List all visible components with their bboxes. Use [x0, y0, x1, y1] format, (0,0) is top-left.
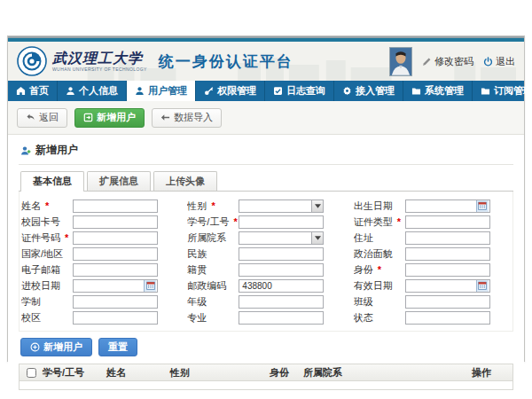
- submit-new-user-label: 新增用户: [43, 340, 82, 354]
- required-asterisk: *: [43, 200, 49, 211]
- field-label: 证件号码 *: [21, 231, 73, 245]
- field-input[interactable]: [239, 311, 324, 325]
- platform-title: 统一身份认证平台: [159, 51, 293, 72]
- new-user-icon: [83, 113, 93, 122]
- field-input[interactable]: [405, 200, 490, 213]
- table-header-5: 所属院系: [300, 366, 468, 379]
- change-password-link[interactable]: 修改密码: [422, 55, 473, 68]
- select-all-checkbox[interactable]: [27, 368, 36, 378]
- required-asterisk: *: [395, 216, 401, 227]
- form-field: 籍贯: [187, 262, 344, 277]
- calendar-icon[interactable]: [476, 280, 489, 292]
- calendar-icon[interactable]: [476, 200, 489, 212]
- required-asterisk: *: [62, 232, 68, 243]
- tab-label: 扩展信息: [99, 176, 138, 186]
- section-title-label: 新增用户: [35, 143, 78, 158]
- field-input[interactable]: [73, 215, 158, 229]
- reset-button[interactable]: 重置: [98, 338, 137, 356]
- form-field: 校区: [21, 310, 178, 325]
- table-header-1: 学号/工号: [39, 366, 103, 379]
- field-input[interactable]: [73, 231, 158, 245]
- nav-item-8[interactable]: 订阅管理: [473, 81, 532, 101]
- form-field: 姓名 *: [21, 199, 178, 213]
- nav-item-2[interactable]: 个人信息: [58, 81, 127, 101]
- nav-item-label: 日志查询: [286, 84, 325, 98]
- dropdown-button[interactable]: [311, 232, 323, 244]
- field-input[interactable]: [239, 295, 324, 309]
- tab-label: 基本信息: [33, 176, 72, 186]
- arrow-left-icon: [160, 113, 170, 122]
- submit-new-user-button[interactable]: 新增用户: [20, 338, 92, 356]
- plus-circle-icon: [30, 342, 40, 352]
- field-input[interactable]: [405, 231, 490, 245]
- tab-label: 上传头像: [166, 176, 205, 186]
- field-input[interactable]: [239, 263, 324, 277]
- toolbar-new-user-button[interactable]: 新增用户: [74, 108, 145, 128]
- folder-icon: [481, 86, 490, 96]
- nav-item-6[interactable]: 接入管理: [334, 81, 403, 101]
- key-icon: [204, 86, 214, 96]
- field-label: 身份 *: [354, 263, 405, 277]
- required-asterisk: *: [375, 264, 381, 275]
- log-icon: [273, 86, 283, 96]
- field-label: 性别 *: [187, 200, 239, 213]
- field-label: 专业: [187, 311, 239, 325]
- field-label: 状态: [354, 311, 405, 325]
- field-input[interactable]: [239, 215, 324, 229]
- field-input[interactable]: [73, 263, 158, 277]
- tab-3[interactable]: 上传头像: [153, 171, 217, 191]
- back-button-label: 返回: [39, 111, 59, 124]
- home-icon: [16, 86, 26, 96]
- toolbar-new-user-label: 新增用户: [97, 111, 136, 124]
- app-header: 武汉理工大学 WUHAN UNIVERSITY OF TECHNOLOGY 统一…: [8, 42, 524, 81]
- field-label: 校区: [21, 311, 73, 325]
- data-import-button[interactable]: 数据导入: [152, 108, 222, 128]
- nav-item-7[interactable]: 系统管理: [403, 81, 473, 101]
- field-input[interactable]: [73, 311, 158, 325]
- field-label: 电子邮箱: [21, 263, 73, 277]
- field-input[interactable]: [73, 200, 158, 213]
- form-field: 学制: [21, 294, 178, 309]
- nav-item-3[interactable]: 用户管理: [127, 81, 196, 101]
- form-field: 年级: [187, 294, 344, 309]
- nav-item-label: 订阅管理: [494, 84, 532, 98]
- form-field: 进校日期: [21, 278, 178, 293]
- field-label: 民族: [187, 247, 239, 261]
- dropdown-button[interactable]: [311, 200, 323, 212]
- field-input[interactable]: [405, 247, 490, 261]
- tab-2[interactable]: 扩展信息: [87, 171, 151, 191]
- table-header-3: 性别: [167, 366, 266, 379]
- field-input[interactable]: [405, 279, 490, 293]
- nav-item-4[interactable]: 权限管理: [196, 81, 265, 101]
- nav-item-label: 个人信息: [79, 84, 118, 98]
- nav-item-label: 系统管理: [425, 84, 464, 98]
- back-button[interactable]: 返回: [17, 108, 67, 128]
- university-name-cn: 武汉理工大学: [52, 51, 147, 66]
- field-input[interactable]: [73, 295, 158, 309]
- nav-item-1[interactable]: 首页: [8, 81, 58, 101]
- field-input[interactable]: [239, 231, 324, 245]
- field-input[interactable]: [405, 295, 490, 309]
- tab-1[interactable]: 基本信息: [20, 171, 84, 192]
- field-input[interactable]: [405, 263, 490, 277]
- form-field: 状态: [354, 310, 511, 325]
- content-area: 新增用户 基本信息扩展信息上传头像 姓名 *性别 *出生日期校园卡号学号/工号 …: [8, 135, 524, 390]
- field-input[interactable]: [239, 200, 324, 213]
- field-input[interactable]: [405, 215, 490, 229]
- field-input[interactable]: [239, 247, 324, 261]
- logout-link[interactable]: 退出: [483, 55, 515, 68]
- required-asterisk: *: [231, 216, 237, 227]
- table-header-4: 身份: [266, 366, 300, 379]
- calendar-icon[interactable]: [144, 280, 156, 292]
- user-icon: [66, 86, 75, 96]
- field-input[interactable]: [405, 311, 490, 325]
- field-input[interactable]: [73, 247, 158, 261]
- gear-icon: [342, 86, 352, 96]
- field-label: 学制: [21, 295, 73, 309]
- university-name-en: WUHAN UNIVERSITY OF TECHNOLOGY: [52, 66, 147, 72]
- field-input[interactable]: [73, 279, 158, 293]
- field-input[interactable]: 438800: [239, 279, 324, 293]
- form-field: 住址: [354, 231, 511, 245]
- user-avatar[interactable]: [389, 47, 412, 76]
- nav-item-5[interactable]: 日志查询: [265, 81, 334, 101]
